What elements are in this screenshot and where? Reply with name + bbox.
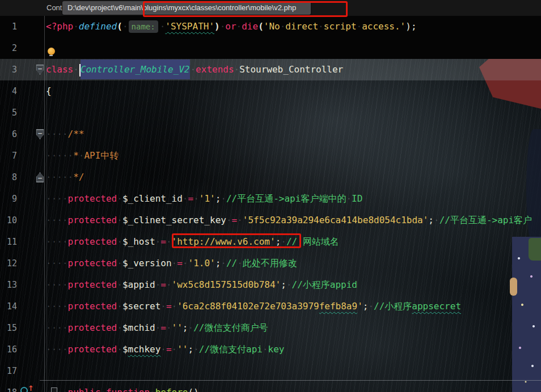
fold-collapse-icon[interactable] <box>36 129 44 139</box>
annotation-rect-host <box>172 233 301 248</box>
fold-collapse-icon[interactable] <box>36 65 44 75</box>
fold-end-icon[interactable] <box>36 172 44 182</box>
fold-square-icon[interactable] <box>51 387 57 392</box>
annotation-rect-path <box>143 1 348 17</box>
gutter-icons <box>0 16 541 392</box>
ide-window: Cont D:\dev\project\v6\main\plugins\myxc… <box>0 0 541 392</box>
tab-label[interactable]: Cont <box>47 3 62 12</box>
lightbulb-icon[interactable] <box>48 48 55 55</box>
override-method-icon[interactable] <box>20 385 33 392</box>
code-editor[interactable]: 1<?php·defined(·name:·'SYSPATH')·or·die(… <box>0 16 541 392</box>
